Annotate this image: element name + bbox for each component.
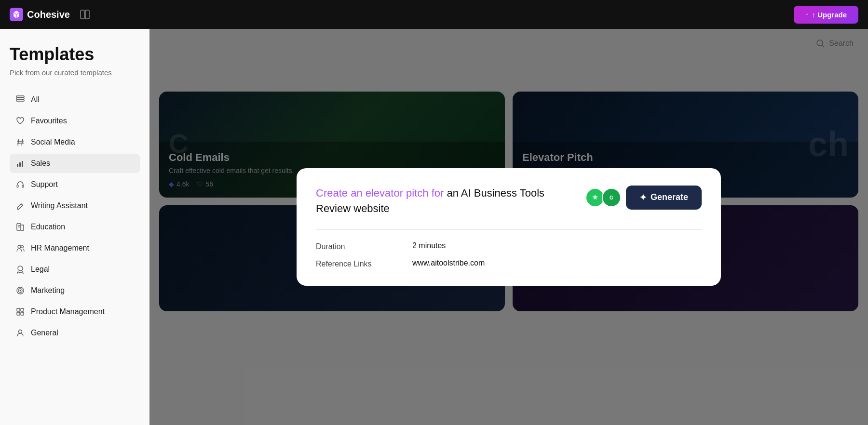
generate-button[interactable]: ✦ Generate (626, 186, 702, 210)
page-subtitle: Pick from our curated templates (10, 68, 140, 77)
modal-backdrop[interactable]: Create an elevator pitch for an AI Busin… (149, 29, 868, 425)
svg-point-20 (21, 246, 24, 248)
sidebar-item-general[interactable]: General (10, 323, 140, 343)
modal-top-row: Create an elevator pitch for an AI Busin… (316, 186, 702, 216)
sidebar-item-education[interactable]: Education (10, 217, 140, 237)
modal-divider (316, 229, 702, 230)
svg-rect-11 (19, 162, 21, 167)
nav-list: All Favourites (10, 90, 140, 343)
sparkle-icon: ✦ (639, 192, 647, 203)
svg-point-19 (18, 245, 21, 248)
svg-rect-13 (17, 185, 18, 187)
target-icon (15, 286, 25, 295)
avatar-grammarly: G (602, 188, 621, 207)
logo[interactable]: Cohesive (10, 8, 70, 21)
sidebar-item-marketing[interactable]: Marketing (10, 281, 140, 300)
svg-rect-5 (16, 96, 24, 97)
field-label-duration: Duration (316, 241, 412, 251)
sidebar-item-all[interactable]: All (10, 90, 140, 109)
svg-rect-4 (16, 100, 24, 101)
main-layout: Templates Pick from our curated template… (0, 29, 868, 425)
svg-rect-14 (22, 185, 24, 187)
sidebar-item-sales-label: Sales (31, 159, 50, 168)
headphones-icon (15, 180, 25, 189)
svg-rect-12 (22, 161, 23, 167)
sidebar-item-favourites[interactable]: Favourites (10, 111, 140, 131)
svg-line-7 (22, 139, 23, 146)
sidebar-item-writing-assistant[interactable]: Writing Assistant (10, 196, 140, 215)
svg-rect-3 (16, 98, 24, 99)
edit-icon (15, 201, 25, 211)
modal-prompt-text: Create an elevator pitch for an AI Busin… (316, 186, 576, 216)
field-row-duration: Duration 2 minutes (316, 241, 702, 251)
user-icon (15, 328, 25, 338)
field-value-reference: www.aitoolstribe.com (412, 259, 485, 267)
content-area: Search C Cold Emails Craft effective col… (149, 29, 868, 425)
sidebar: Templates Pick from our curated template… (0, 29, 149, 425)
field-value-duration: 2 minutes (412, 241, 446, 250)
svg-rect-26 (21, 308, 24, 311)
svg-rect-2 (85, 10, 89, 19)
sidebar-item-hr-management-label: HR Management (31, 244, 89, 252)
svg-point-29 (19, 330, 22, 333)
sidebar-item-support[interactable]: Support (10, 175, 140, 194)
upgrade-label: ↑ Upgrade (812, 11, 847, 19)
modal-prompt-highlight: Create an elevator pitch for (316, 187, 444, 199)
topbar: Cohesive ↑ ↑ Upgrade (0, 0, 868, 29)
svg-rect-28 (21, 312, 24, 315)
users-icon (15, 243, 25, 253)
heart-icon (15, 116, 25, 126)
sidebar-item-writing-assistant-label: Writing Assistant (31, 201, 88, 210)
svg-line-6 (18, 139, 19, 146)
sidebar-item-all-label: All (31, 95, 40, 104)
book-icon (15, 222, 25, 232)
award-icon (15, 265, 25, 274)
sidebar-item-legal[interactable]: Legal (10, 260, 140, 279)
layers-icon (15, 95, 25, 105)
sidebar-item-product-management-label: Product Management (31, 307, 105, 316)
sidebar-item-product-management[interactable]: Product Management (10, 302, 140, 321)
sidebar-item-legal-label: Legal (31, 265, 50, 274)
sidebar-item-social-media-label: Social Media (31, 138, 75, 146)
modal-actions: G ✦ Generate (585, 186, 702, 210)
svg-rect-27 (17, 312, 20, 315)
sidebar-item-general-label: General (31, 329, 58, 337)
sidebar-toggle-button[interactable] (78, 7, 92, 22)
sidebar-item-favourites-label: Favourites (31, 117, 67, 125)
sidebar-item-social-media[interactable]: Social Media (10, 133, 140, 152)
upgrade-button[interactable]: ↑ ↑ Upgrade (794, 6, 858, 24)
topbar-left: Cohesive (10, 7, 92, 22)
svg-rect-25 (17, 308, 20, 311)
sidebar-item-hr-management[interactable]: HR Management (10, 239, 140, 258)
field-row-reference: Reference Links www.aitoolstribe.com (316, 259, 702, 268)
cohesive-logo-icon (10, 8, 23, 21)
upgrade-icon: ↑ (805, 11, 809, 19)
page-title: Templates (10, 44, 140, 65)
field-label-reference: Reference Links (316, 259, 412, 268)
grid-icon (15, 307, 25, 317)
svg-point-21 (18, 266, 23, 271)
sidebar-item-education-label: Education (31, 223, 65, 231)
generate-label: Generate (651, 192, 688, 202)
modal-fields: Duration 2 minutes Reference Links www.a… (316, 241, 702, 268)
modal-dialog: Create an elevator pitch for an AI Busin… (297, 168, 721, 286)
svg-rect-1 (81, 10, 84, 19)
logo-text: Cohesive (27, 9, 70, 20)
sales-icon (15, 159, 25, 168)
avatar-icons: G (585, 188, 621, 207)
svg-text:G: G (610, 195, 613, 200)
hash-icon (15, 137, 25, 147)
svg-rect-10 (17, 164, 18, 167)
sidebar-item-support-label: Support (31, 180, 58, 189)
sidebar-item-marketing-label: Marketing (31, 286, 65, 295)
svg-point-24 (20, 290, 21, 292)
sidebar-item-sales[interactable]: Sales (10, 154, 140, 173)
